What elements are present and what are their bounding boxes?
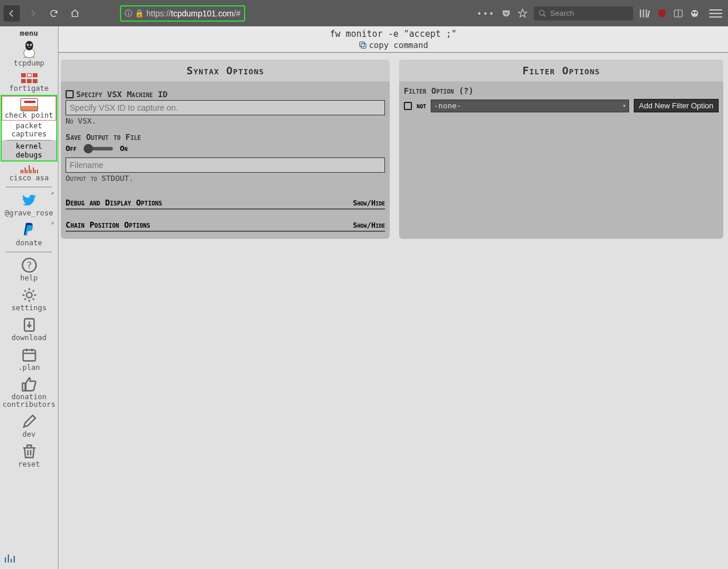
forward-button[interactable] xyxy=(25,5,41,22)
svg-point-0 xyxy=(540,10,544,15)
svg-point-10 xyxy=(27,44,28,45)
svg-point-3 xyxy=(691,10,698,17)
vsx-label-row: Specify VSX Machine ID xyxy=(66,87,385,100)
tux-icon xyxy=(20,40,39,59)
filter-option-label: Filter Option (?) xyxy=(399,81,723,95)
sidebar-toggle-icon[interactable] xyxy=(673,8,684,19)
filter-not-checkbox[interactable] xyxy=(404,102,412,110)
copy-command-link[interactable]: copy command xyxy=(59,39,728,52)
toggle-off-label: Off xyxy=(66,144,77,153)
bookmark-star-icon[interactable] xyxy=(517,8,528,19)
svg-rect-16 xyxy=(23,349,35,361)
filter-select[interactable]: -none- ▾ xyxy=(431,100,629,112)
trash-icon xyxy=(21,443,37,460)
sidebar-item-tcpdump[interactable]: tcpdump xyxy=(0,37,58,70)
reload-button[interactable] xyxy=(46,5,62,22)
lock-icon: 🔒 xyxy=(135,9,144,18)
help-icon: ? xyxy=(21,257,37,273)
sidebar-item-download[interactable]: download xyxy=(0,314,58,344)
chevron-down-icon: ▾ xyxy=(623,102,626,109)
filter-panel-title: Filter Options xyxy=(399,60,723,81)
fortigate-icon xyxy=(21,73,37,84)
svg-point-11 xyxy=(30,44,31,45)
extension-icon[interactable] xyxy=(689,8,700,19)
url-text: https://tcpdump101.com/# xyxy=(146,9,241,18)
svg-point-5 xyxy=(695,12,697,13)
gear-icon xyxy=(21,287,37,303)
sidebar-sub-kernel-debugs[interactable]: kernel debugs xyxy=(2,140,56,160)
download-icon xyxy=(21,317,37,333)
svg-point-7 xyxy=(25,41,33,50)
menu-button[interactable] xyxy=(709,7,722,20)
syntax-panel-title: Syntax Options xyxy=(61,60,390,81)
sidebar-title: menu xyxy=(0,29,58,37)
sidebar-item-donate[interactable]: ⬈ donate xyxy=(0,220,58,249)
back-button[interactable] xyxy=(4,5,20,22)
sidebar: menu tcpdump fortigate check point packe… xyxy=(0,26,59,569)
url-bar[interactable]: ⓘ 🔒 https://tcpdump101.com/# xyxy=(120,5,245,22)
filename-input[interactable] xyxy=(66,157,385,173)
filename-hint: Output to STDOUT. xyxy=(66,173,385,187)
search-placeholder: Search xyxy=(550,9,574,18)
cisco-icon xyxy=(0,165,58,173)
sidebar-item-cisco[interactable]: cisco asa xyxy=(0,162,58,184)
sidebar-item-dev[interactable]: dev xyxy=(0,411,58,441)
stats-icon[interactable] xyxy=(4,553,15,567)
external-link-icon: ⬈ xyxy=(50,220,54,227)
sidebar-item-contributors[interactable]: donationcontributors xyxy=(0,374,58,412)
paypal-icon xyxy=(21,222,37,238)
sidebar-item-checkpoint[interactable]: check point xyxy=(2,96,56,121)
pencil-icon xyxy=(21,413,37,430)
library-icon[interactable] xyxy=(639,8,651,19)
sidebar-sub-packet-captures[interactable]: packetcaptures xyxy=(2,121,56,140)
search-box[interactable]: Search xyxy=(534,6,633,20)
vsx-hint: No VSX. xyxy=(66,115,385,130)
toggle-on-label: On xyxy=(120,144,128,153)
sidebar-item-plan[interactable]: .plan xyxy=(0,344,58,374)
filter-options-panel: Filter Options Filter Option (?) not -no… xyxy=(399,60,723,239)
ublock-icon[interactable] xyxy=(657,8,667,19)
sidebar-item-help[interactable]: ? help xyxy=(0,255,58,284)
chain-position-toggle[interactable]: Chain Position Options Show/Hide xyxy=(66,210,385,232)
command-output: fw monitor -e "accept ;" xyxy=(59,29,728,39)
syntax-options-panel: Syntax Options Specify VSX Machine ID No… xyxy=(61,60,390,239)
sidebar-item-twitter[interactable]: ⬈ @grave_rose xyxy=(0,190,58,220)
svg-rect-18 xyxy=(360,42,365,47)
svg-point-14 xyxy=(26,292,32,297)
checkpoint-icon xyxy=(20,98,38,111)
page-actions-icon[interactable]: ••• xyxy=(477,9,495,18)
vsx-checkbox[interactable] xyxy=(66,90,74,98)
copy-icon xyxy=(358,40,368,50)
command-banner: fw monitor -e "accept ;" copy command xyxy=(59,26,728,53)
filter-not-label: not xyxy=(417,101,426,110)
svg-text:?: ? xyxy=(26,259,32,270)
svg-rect-17 xyxy=(362,43,366,48)
save-output-label: Save Output to File xyxy=(66,130,385,143)
browser-toolbar: ⓘ 🔒 https://tcpdump101.com/# ••• Search xyxy=(0,0,728,26)
svg-point-4 xyxy=(692,12,694,13)
twitter-icon xyxy=(21,192,37,208)
thumbs-up-icon xyxy=(21,376,37,393)
pocket-icon[interactable] xyxy=(501,8,511,19)
external-link-icon: ⬈ xyxy=(50,190,54,197)
save-output-toggle[interactable] xyxy=(84,147,113,150)
sidebar-item-settings[interactable]: settings xyxy=(0,284,58,314)
calendar-icon xyxy=(21,347,37,363)
sidebar-item-checkpoint-group: check point packetcaptures kernel debugs xyxy=(1,95,57,162)
vsx-id-input[interactable] xyxy=(66,100,385,115)
sidebar-item-reset[interactable]: reset xyxy=(0,441,58,471)
add-filter-button[interactable]: Add New Filter Option xyxy=(634,99,719,112)
sidebar-item-fortigate[interactable]: fortigate xyxy=(0,70,58,95)
debug-display-toggle[interactable]: Debug and Display Options Show/Hide xyxy=(66,187,385,210)
main-content: fw monitor -e "accept ;" copy command Sy… xyxy=(59,26,728,569)
home-button[interactable] xyxy=(67,5,83,22)
info-icon: ⓘ xyxy=(125,8,132,19)
